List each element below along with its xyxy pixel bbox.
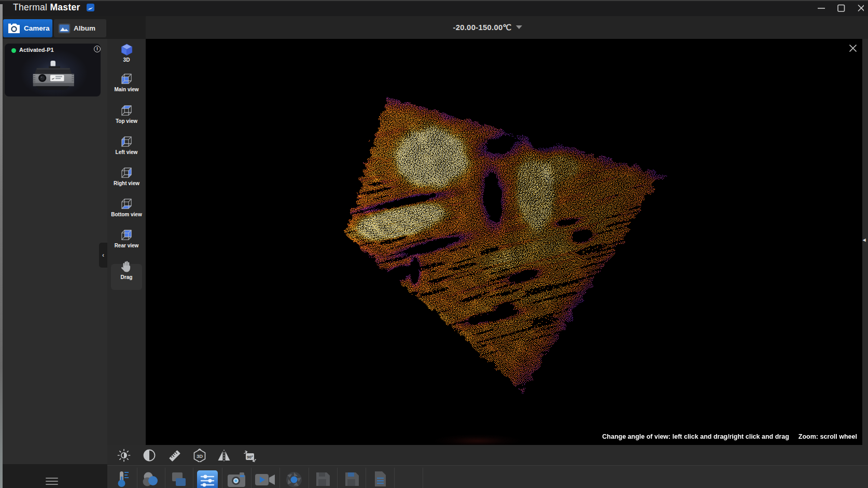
svg-text:90°: 90°: [247, 455, 253, 459]
svg-text:3D: 3D: [197, 453, 203, 459]
